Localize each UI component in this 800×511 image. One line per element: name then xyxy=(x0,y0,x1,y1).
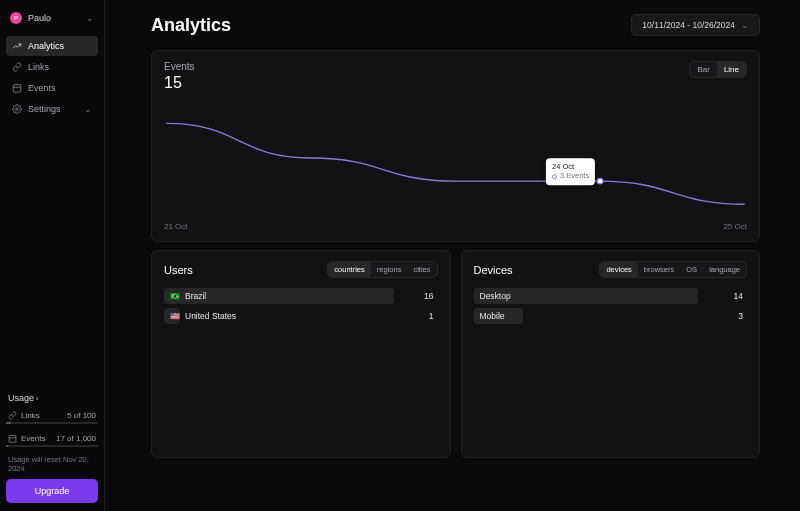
flag-icon: 🇺🇸 xyxy=(170,312,180,321)
seg-line[interactable]: Line xyxy=(717,62,746,77)
tooltip-date: 24 Oct xyxy=(552,162,589,172)
devices-title: Devices xyxy=(474,264,513,276)
bar-row[interactable]: 🇺🇸United States1 xyxy=(164,308,438,324)
bar-row[interactable]: Desktop14 xyxy=(474,288,748,304)
x-start: 21 Oct xyxy=(164,222,188,231)
flag-icon: 🇧🇷 xyxy=(170,292,180,301)
analytics-icon xyxy=(12,41,22,51)
page-title: Analytics xyxy=(151,15,231,36)
chart-tooltip: 24 Oct 3 Events xyxy=(546,158,595,186)
svg-rect-3 xyxy=(9,436,16,443)
nav-analytics[interactable]: Analytics xyxy=(6,36,98,56)
nav-links[interactable]: Links xyxy=(6,57,98,77)
tab-countries[interactable]: countries xyxy=(328,262,370,277)
tooltip-value: 3 Events xyxy=(560,172,589,182)
svg-point-5 xyxy=(597,178,603,183)
svg-point-2 xyxy=(16,108,19,111)
chart-style-toggle: Bar Line xyxy=(689,61,747,78)
tab-cities[interactable]: cities xyxy=(407,262,436,277)
chevron-down-icon: ⌄ xyxy=(84,104,92,114)
x-end: 25 Oct xyxy=(723,222,747,231)
bar-label: 🇺🇸United States xyxy=(164,311,429,321)
usage-links-value: 5 of 100 xyxy=(67,411,96,420)
x-axis: 21 Oct 25 Oct xyxy=(164,222,747,231)
bar-row[interactable]: Mobile3 xyxy=(474,308,748,324)
user-name: Paulo xyxy=(28,13,86,23)
usage-events-value: 17 of 1,000 xyxy=(56,434,96,443)
bar-value: 16 xyxy=(424,291,437,301)
usage-events-progress xyxy=(6,445,98,447)
gear-icon xyxy=(12,104,22,114)
nav-label: Links xyxy=(28,62,49,72)
usage-events-row: Events 17 of 1,000 xyxy=(6,430,98,445)
link-icon xyxy=(12,62,22,72)
link-icon xyxy=(8,411,17,420)
bar-value: 3 xyxy=(738,311,747,321)
users-title: Users xyxy=(164,264,193,276)
date-range-value: 10/11/2024 - 10/26/2024 xyxy=(642,20,735,30)
chevron-down-icon: ⌄ xyxy=(86,13,94,23)
tab-os[interactable]: OS xyxy=(680,262,703,277)
tooltip-dot-icon xyxy=(552,174,557,179)
sidebar: P Paulo ⌄ Analytics Links Events xyxy=(0,0,105,511)
usage-links-row: Links 5 of 100 xyxy=(6,407,98,422)
date-range-picker[interactable]: 10/11/2024 - 10/26/2024 ⌄ xyxy=(631,14,760,36)
user-menu[interactable]: P Paulo ⌄ xyxy=(6,8,98,28)
events-card: Events 15 Bar Line 24 Oct 3 Events xyxy=(151,50,760,242)
nav-label: Events xyxy=(28,83,56,93)
seg-bar[interactable]: Bar xyxy=(690,62,716,77)
calendar-icon xyxy=(12,83,22,93)
users-panel: Users countries regions cities 🇧🇷Brazil1… xyxy=(151,250,451,458)
tab-devices[interactable]: devices xyxy=(600,262,637,277)
header: Analytics 10/11/2024 - 10/26/2024 ⌄ xyxy=(151,14,760,36)
events-title: Events xyxy=(164,61,195,72)
chevron-down-icon: ⌄ xyxy=(741,20,749,30)
devices-panel: Devices devices browsers OS language Des… xyxy=(461,250,761,458)
nav-settings[interactable]: Settings ⌄ xyxy=(6,99,98,119)
events-count: 15 xyxy=(164,74,195,92)
tab-regions[interactable]: regions xyxy=(371,262,408,277)
usage-events-label: Events xyxy=(21,434,45,443)
bar-label: Desktop xyxy=(474,291,734,301)
bar-label: Mobile xyxy=(474,311,739,321)
bar-row[interactable]: 🇧🇷Brazil16 xyxy=(164,288,438,304)
nav-label: Analytics xyxy=(28,41,64,51)
devices-tabs: devices browsers OS language xyxy=(599,261,747,278)
events-chart[interactable]: 24 Oct 3 Events xyxy=(164,98,747,218)
calendar-icon xyxy=(8,434,17,443)
tab-language[interactable]: language xyxy=(703,262,746,277)
upgrade-button[interactable]: Upgrade xyxy=(6,479,98,503)
svg-rect-0 xyxy=(13,85,21,93)
main: Analytics 10/11/2024 - 10/26/2024 ⌄ Even… xyxy=(105,0,800,511)
usage-label: Usage xyxy=(8,393,34,403)
bar-value: 1 xyxy=(429,311,438,321)
users-tabs: countries regions cities xyxy=(327,261,437,278)
avatar: P xyxy=(10,12,22,24)
chevron-right-icon: › xyxy=(36,395,38,402)
usage-title[interactable]: Usage › xyxy=(6,389,98,407)
nav-label: Settings xyxy=(28,104,84,114)
bar-value: 14 xyxy=(734,291,747,301)
bar-label: 🇧🇷Brazil xyxy=(164,291,424,301)
usage-links-label: Links xyxy=(21,411,40,420)
tab-browsers[interactable]: browsers xyxy=(638,262,680,277)
usage-links-progress xyxy=(6,422,98,424)
nav-events[interactable]: Events xyxy=(6,78,98,98)
usage-reset-note: Usage will reset Nov 20, 2024 xyxy=(6,453,98,479)
